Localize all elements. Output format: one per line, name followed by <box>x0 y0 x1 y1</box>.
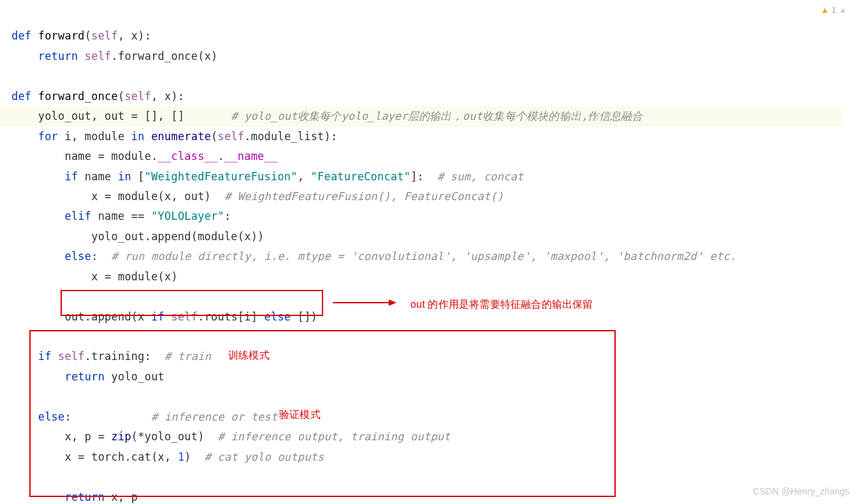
watermark: CSDN @Henry_zhangs <box>753 484 850 500</box>
annotation-text-2: 训练模式 <box>228 346 270 365</box>
code-editor[interactable]: def forward(self, x): return self.forwar… <box>0 0 856 504</box>
warning-icon: ▲ <box>821 5 829 15</box>
warning-count: 1 <box>832 5 836 15</box>
weak-warning-icon: ▲ <box>839 5 847 15</box>
inspection-badge[interactable]: ▲ 1 ▲ <box>821 3 847 18</box>
annotation-text-3: 验证模式 <box>279 405 321 424</box>
annotation-text-1: out 的作用是将需要特征融合的输出保留 <box>410 295 593 314</box>
